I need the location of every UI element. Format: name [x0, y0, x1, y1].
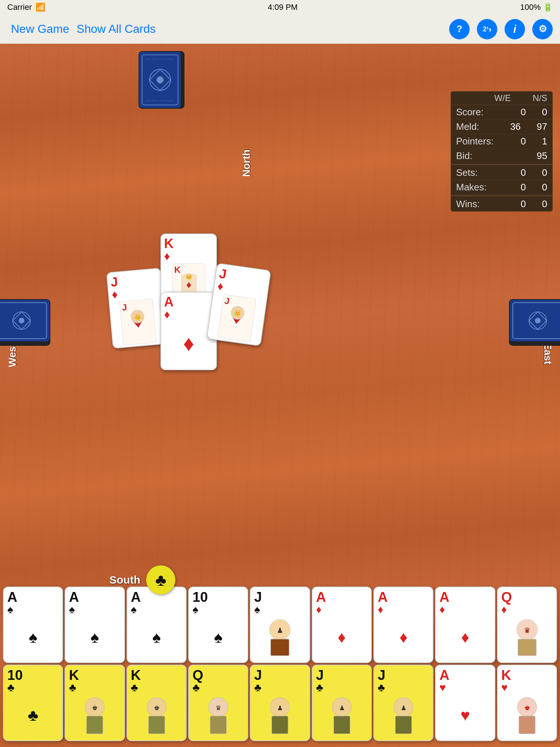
- info-button[interactable]: i: [505, 19, 525, 39]
- play-card-1[interactable]: J ♦ ♦ J 👑: [106, 268, 167, 349]
- meld-ns-val: 97: [537, 121, 547, 132]
- north-label: North: [241, 150, 252, 177]
- hand-card-2[interactable]: A ♠ ♠: [127, 587, 187, 663]
- svg-text:👑: 👑: [133, 313, 141, 321]
- pointers-we-val: 0: [521, 136, 526, 147]
- makes-ns-val: 0: [542, 182, 547, 193]
- hand-card-6[interactable]: A ♦ ♦: [373, 587, 433, 663]
- hand-card-4[interactable]: J ♠ ♟: [250, 587, 310, 663]
- time-label: 4:09 PM: [268, 3, 298, 12]
- wins-we-val: 0: [521, 198, 526, 210]
- svg-text:♚: ♚: [92, 704, 98, 712]
- hand-card-7[interactable]: A ♦ ♦: [435, 587, 495, 663]
- bid-label: Bid:: [456, 150, 472, 162]
- svg-text:👑: 👑: [185, 273, 192, 280]
- hand-card-b8[interactable]: K ♥ ♚: [497, 665, 557, 741]
- hand-card-3[interactable]: 10 ♠ ♠: [188, 587, 248, 663]
- table: W/E N/S Score: 0 0 Meld: 36 97 Pointers:…: [0, 44, 560, 747]
- hand-card-b3[interactable]: Q ♣ ♛: [188, 665, 248, 741]
- svg-text:♚: ♚: [153, 704, 159, 712]
- play-card-4[interactable]: J ♦ ♦ J 👑: [206, 263, 271, 347]
- score-button[interactable]: 2¹₃: [477, 19, 497, 39]
- svg-rect-55: [519, 716, 535, 734]
- sets-we-val: 0: [521, 167, 526, 178]
- svg-rect-52: [395, 716, 412, 734]
- svg-point-3: [156, 76, 163, 83]
- nav-bar: New Game Show All Cards ? 2¹₃ i ⚙: [0, 15, 560, 44]
- settings-button[interactable]: ⚙: [532, 19, 553, 39]
- pointers-label: Pointers:: [456, 136, 494, 147]
- makes-label: Makes:: [456, 182, 487, 193]
- score-label: Score:: [456, 107, 483, 118]
- status-left: Carrier 📶: [7, 3, 45, 12]
- svg-text:K: K: [174, 265, 181, 275]
- svg-rect-37: [87, 716, 103, 734]
- svg-point-9: [19, 318, 24, 323]
- pointers-row: Pointers: 0 1: [451, 134, 552, 149]
- makes-row: Makes: 0 0: [451, 180, 552, 195]
- play-card-3-rank: A: [164, 295, 213, 309]
- play-card-3-suit: ♦: [164, 309, 213, 320]
- sets-ns-val: 0: [542, 167, 547, 178]
- status-right: 100% 🔋: [520, 3, 553, 12]
- hand-card-b7[interactable]: A ♥ ♥: [435, 665, 495, 741]
- svg-rect-31: [271, 639, 289, 656]
- svg-point-13: [535, 318, 540, 323]
- west-deck-area: [0, 299, 51, 343]
- hand-card-5[interactable]: A ♦ ♦: [312, 587, 372, 663]
- svg-text:♟: ♟: [401, 704, 407, 712]
- help-button[interactable]: ?: [449, 19, 470, 39]
- pointers-ns-val: 1: [542, 136, 547, 147]
- play-card-3-center: ♦: [183, 331, 194, 356]
- club-icon: ♣: [155, 570, 166, 590]
- svg-text:♛: ♛: [215, 704, 221, 712]
- south-token-icon: ♣: [146, 565, 175, 595]
- makes-we-val: 0: [521, 182, 526, 193]
- svg-text:♟: ♟: [277, 626, 283, 634]
- hand-top-row: A ♠ ♠ A ♠ ♠ A ♠ ♠ 10 ♠ ♠: [0, 587, 560, 663]
- play-card-2-suit: ♦: [164, 250, 213, 262]
- wins-row: Wins: 0 0: [451, 197, 552, 211]
- battery-label: 100%: [520, 3, 541, 12]
- north-deck: [139, 51, 182, 109]
- svg-rect-43: [210, 716, 226, 734]
- hand-area: A ♠ ♠ A ♠ ♠ A ♠ ♠ 10 ♠ ♠: [0, 587, 560, 747]
- hand-card-b4[interactable]: J ♣ ♟: [250, 665, 310, 741]
- svg-text:♛: ♛: [524, 626, 530, 634]
- hand-bottom-row: 10 ♣ ♣ K ♣ ♚ K ♣: [0, 665, 560, 741]
- status-bar: Carrier 📶 4:09 PM 100% 🔋: [0, 0, 560, 15]
- south-label: South: [109, 574, 140, 586]
- battery-icon: 🔋: [543, 3, 553, 12]
- play-card-2-rank: K: [164, 237, 213, 250]
- hand-card-b2[interactable]: K ♣ ♚: [127, 665, 187, 741]
- hand-card-8[interactable]: Q ♦ ♛: [497, 587, 557, 663]
- hand-card-b6[interactable]: J ♣ ♟: [373, 665, 433, 741]
- meld-row: Meld: 36 97: [451, 120, 552, 134]
- sets-row: Sets: 0 0: [451, 166, 552, 180]
- score-header-we: W/E: [494, 93, 511, 103]
- hand-card-b5[interactable]: J ♣ ♟: [312, 665, 372, 741]
- svg-rect-6: [0, 300, 49, 341]
- score-header-ns: N/S: [533, 93, 547, 103]
- svg-text:♟: ♟: [277, 704, 283, 712]
- west-label: West: [7, 343, 18, 367]
- svg-text:♦: ♦: [186, 279, 191, 290]
- wins-ns-val: 0: [542, 198, 547, 210]
- svg-text:♚: ♚: [524, 704, 530, 712]
- svg-rect-40: [148, 716, 165, 734]
- west-deck: [0, 299, 51, 343]
- score-ns-val: 0: [542, 107, 547, 118]
- show-all-cards-button[interactable]: Show All Cards: [73, 21, 159, 37]
- hand-card-0[interactable]: A ♠ ♠: [3, 587, 63, 663]
- hand-card-b0[interactable]: 10 ♣ ♣: [3, 665, 63, 741]
- north-deck-area: [139, 51, 182, 109]
- score-panel: W/E N/S Score: 0 0 Meld: 36 97 Pointers:…: [451, 91, 553, 212]
- svg-text:J: J: [121, 302, 127, 312]
- new-game-button[interactable]: New Game: [7, 21, 73, 37]
- meld-we-val: 36: [510, 121, 521, 132]
- wifi-icon: 📶: [35, 3, 45, 12]
- hand-card-1[interactable]: A ♠ ♠: [65, 587, 125, 663]
- carrier-label: Carrier: [7, 3, 32, 12]
- east-deck-area: [509, 299, 560, 343]
- hand-card-b1[interactable]: K ♣ ♚: [65, 665, 125, 741]
